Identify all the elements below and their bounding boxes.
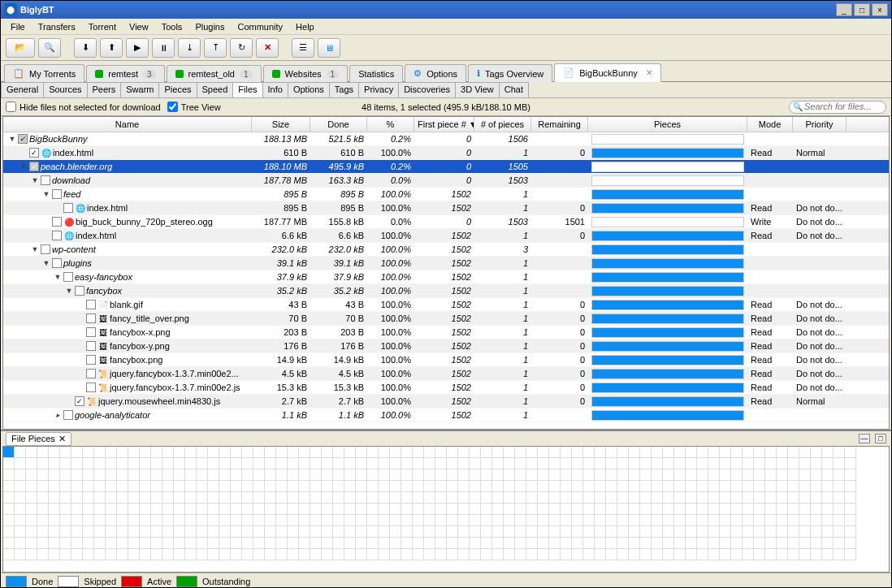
close-tab-icon[interactable]: ✕ bbox=[646, 68, 652, 77]
subtab-discoveries[interactable]: Discoveries bbox=[398, 82, 456, 97]
menu-torrent[interactable]: Torrent bbox=[84, 20, 121, 33]
tree-toggle-icon[interactable]: ▼ bbox=[65, 287, 73, 295]
minimize-panel-button[interactable]: — bbox=[859, 434, 870, 443]
column-header[interactable]: Remaining bbox=[531, 117, 588, 132]
subtab-tags[interactable]: Tags bbox=[329, 82, 359, 97]
row-checkbox[interactable] bbox=[86, 341, 96, 351]
tree-toggle-icon[interactable]: ▼ bbox=[8, 135, 16, 143]
remove-button[interactable]: ✕ bbox=[256, 38, 279, 58]
file-search[interactable] bbox=[789, 101, 886, 114]
column-header[interactable]: Mode bbox=[747, 117, 793, 132]
row-checkbox[interactable] bbox=[41, 175, 50, 185]
subtab-general[interactable]: General bbox=[1, 82, 44, 97]
close-icon[interactable]: ✕ bbox=[58, 434, 66, 444]
table-row[interactable]: 🌐index.html610 B610 B100.0%010ReadNormal bbox=[3, 146, 889, 160]
subtab-chat[interactable]: Chat bbox=[499, 82, 529, 97]
minimize-button[interactable]: _ bbox=[836, 3, 852, 16]
tab-remtest[interactable]: remtest3 bbox=[86, 65, 164, 82]
hide-files-checkbox[interactable]: Hide files not selected for download bbox=[6, 102, 161, 112]
table-row[interactable]: 📜jquery.fancybox-1.3.7.min00e2.js15.3 kB… bbox=[3, 381, 889, 395]
tree-toggle-icon[interactable]: ▼ bbox=[19, 162, 28, 171]
subtab-files[interactable]: Files bbox=[232, 82, 262, 97]
tab-statistics[interactable]: Statistics bbox=[349, 65, 403, 82]
subtab-options[interactable]: Options bbox=[288, 82, 330, 97]
tree-toggle-icon[interactable]: ▸ bbox=[54, 411, 62, 419]
maximize-panel-button[interactable]: □ bbox=[875, 434, 886, 443]
tab-bigbuckbunny[interactable]: 📄BigBuckBunny✕ bbox=[554, 63, 661, 82]
menu-tools[interactable]: Tools bbox=[157, 20, 188, 33]
search-button[interactable]: 🔍 bbox=[38, 38, 61, 58]
row-checkbox[interactable] bbox=[41, 244, 50, 254]
row-checkbox[interactable] bbox=[86, 313, 96, 323]
queue-down-button[interactable]: ⬇ bbox=[74, 38, 97, 58]
table-row[interactable]: 🖼fancybox-y.png176 B176 B100.0%150210Rea… bbox=[3, 339, 889, 353]
table-row[interactable]: ▼fancybox35.2 kB35.2 kB100.0%15021 bbox=[3, 284, 889, 298]
close-button[interactable]: × bbox=[872, 3, 888, 16]
subtab-sources[interactable]: Sources bbox=[43, 82, 87, 97]
view-remote-button[interactable]: 🖥 bbox=[318, 38, 340, 58]
tab-remtest_old[interactable]: remtest_old1 bbox=[167, 65, 262, 82]
row-checkbox[interactable] bbox=[52, 217, 62, 227]
subtab-swarm[interactable]: Swarm bbox=[120, 82, 159, 97]
menu-help[interactable]: Help bbox=[291, 20, 319, 33]
tree-view-checkbox[interactable]: Tree View bbox=[167, 102, 221, 112]
table-row[interactable]: 📜jquery.mousewheel.min4830.js2.7 kB2.7 k… bbox=[3, 395, 889, 409]
row-checkbox[interactable] bbox=[86, 327, 96, 337]
table-row[interactable]: 🖼fancybox.png14.9 kB14.9 kB100.0%150210R… bbox=[3, 353, 889, 367]
table-row[interactable]: 🌐index.html6.6 kB6.6 kB100.0%150210ReadD… bbox=[3, 229, 889, 243]
table-row[interactable]: ▼peach.blender.org188.10 MB495.9 kB0.2%0… bbox=[3, 160, 889, 174]
row-checkbox[interactable] bbox=[18, 134, 28, 144]
table-row[interactable]: 📄blank.gif43 B43 B100.0%150210ReadDo not… bbox=[3, 298, 889, 312]
menu-plugins[interactable]: Plugins bbox=[190, 20, 229, 33]
tree-toggle-icon[interactable]: ▼ bbox=[42, 259, 50, 267]
column-header[interactable]: # of pieces bbox=[474, 117, 531, 132]
tab-options[interactable]: ⚙Options bbox=[405, 64, 466, 82]
queue-up-button[interactable]: ⬆ bbox=[100, 38, 123, 58]
view-list-button[interactable]: ☰ bbox=[292, 38, 314, 58]
column-header[interactable]: Size bbox=[252, 117, 310, 132]
stop-button[interactable]: ⏸ bbox=[152, 38, 175, 58]
open-button[interactable]: 📂 bbox=[6, 38, 35, 58]
table-row[interactable]: ▼download187.78 MB163.3 kB0.0%01503 bbox=[3, 174, 889, 188]
menu-transfers[interactable]: Transfers bbox=[33, 20, 80, 33]
column-header[interactable]: Name bbox=[3, 117, 252, 132]
search-input[interactable] bbox=[804, 102, 881, 111]
table-row[interactable]: 🖼fancybox-x.png203 B203 B100.0%150210Rea… bbox=[3, 326, 889, 339]
subtab-info[interactable]: Info bbox=[262, 82, 288, 97]
row-checkbox[interactable] bbox=[52, 231, 62, 240]
table-row[interactable]: ▼feed895 B895 B100.0%15021 bbox=[3, 188, 889, 201]
subtab-speed[interactable]: Speed bbox=[197, 82, 234, 97]
row-checkbox[interactable] bbox=[86, 369, 96, 378]
tab-my-torrents[interactable]: 📋My Torrents bbox=[4, 64, 84, 82]
row-checkbox[interactable] bbox=[52, 189, 62, 199]
row-checkbox[interactable] bbox=[29, 148, 39, 158]
table-row[interactable]: ▼easy-fancybox37.9 kB37.9 kB100.0%15021 bbox=[3, 270, 889, 284]
column-header[interactable]: First piece # ▼ bbox=[414, 117, 474, 132]
row-checkbox[interactable] bbox=[63, 203, 73, 213]
row-checkbox[interactable] bbox=[86, 300, 96, 309]
row-checkbox[interactable] bbox=[52, 258, 62, 268]
subtab-pieces[interactable]: Pieces bbox=[158, 82, 197, 97]
column-header[interactable]: % bbox=[367, 117, 414, 132]
tab-tags-overview[interactable]: ℹTags Overview bbox=[468, 64, 552, 82]
tree-toggle-icon[interactable]: ▼ bbox=[31, 245, 39, 253]
start-button[interactable]: ▶ bbox=[126, 38, 149, 58]
tree-toggle-icon[interactable]: ▼ bbox=[54, 273, 62, 281]
file-pieces-tab[interactable]: File Pieces ✕ bbox=[6, 432, 71, 446]
row-checkbox[interactable] bbox=[86, 383, 96, 392]
row-checkbox[interactable] bbox=[63, 272, 73, 282]
subtab-peers[interactable]: Peers bbox=[87, 82, 122, 97]
row-checkbox[interactable] bbox=[86, 355, 96, 365]
column-header[interactable]: Priority bbox=[793, 117, 847, 132]
tab-websites[interactable]: Websites1 bbox=[263, 65, 349, 82]
row-checkbox[interactable] bbox=[75, 286, 84, 296]
column-header[interactable]: Pieces bbox=[588, 117, 747, 132]
table-body[interactable]: ▼BigBuckBunny188.13 MB521.5 kB0.2%01506🌐… bbox=[3, 132, 889, 429]
menu-file[interactable]: File bbox=[6, 20, 30, 33]
menu-view[interactable]: View bbox=[124, 20, 154, 33]
row-checkbox[interactable] bbox=[63, 410, 73, 420]
table-row[interactable]: 🔴big_buck_bunny_720p_stereo.ogg187.77 MB… bbox=[3, 215, 889, 229]
table-row[interactable]: ▸google-analyticator1.1 kB1.1 kB100.0%15… bbox=[3, 409, 889, 422]
table-row[interactable]: 🖼fancy_title_over.png70 B70 B100.0%15021… bbox=[3, 312, 889, 326]
table-row[interactable]: ▼plugins39.1 kB39.1 kB100.0%15021 bbox=[3, 257, 889, 270]
